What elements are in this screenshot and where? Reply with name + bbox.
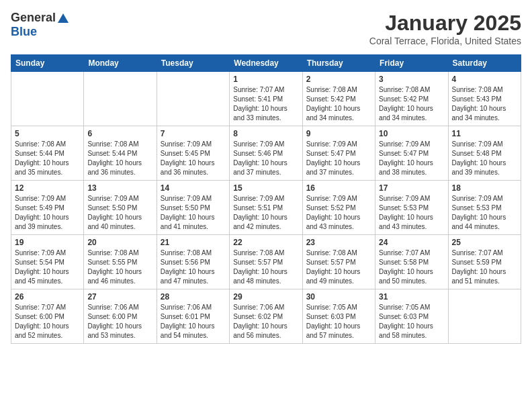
day-number: 12	[15, 183, 80, 193]
table-row: 14Sunrise: 7:09 AM Sunset: 5:50 PM Dayli…	[157, 181, 229, 235]
day-number: 13	[87, 183, 152, 193]
table-row: 23Sunrise: 7:08 AM Sunset: 5:57 PM Dayli…	[302, 235, 375, 289]
day-number: 17	[379, 183, 444, 193]
table-row: 15Sunrise: 7:09 AM Sunset: 5:51 PM Dayli…	[230, 181, 302, 235]
day-number: 22	[233, 238, 298, 247]
day-number: 21	[161, 238, 226, 247]
col-thursday: Thursday	[302, 55, 375, 72]
day-info: Sunrise: 7:09 AM Sunset: 5:46 PM Dayligh…	[233, 140, 298, 177]
col-wednesday: Wednesday	[230, 55, 302, 72]
table-row: 20Sunrise: 7:08 AM Sunset: 5:55 PM Dayli…	[84, 235, 157, 289]
day-number: 4	[452, 75, 517, 84]
table-row: 22Sunrise: 7:08 AM Sunset: 5:57 PM Dayli…	[230, 235, 302, 289]
day-info: Sunrise: 7:07 AM Sunset: 6:00 PM Dayligh…	[15, 303, 80, 340]
table-row	[157, 72, 229, 126]
day-number: 9	[306, 129, 371, 138]
table-row: 27Sunrise: 7:06 AM Sunset: 6:00 PM Dayli…	[84, 289, 157, 344]
table-row: 8Sunrise: 7:09 AM Sunset: 5:46 PM Daylig…	[230, 126, 302, 181]
logo-general-text: General	[11, 11, 56, 25]
logo-blue-text: Blue	[11, 25, 37, 39]
calendar-week-1: 1Sunrise: 7:07 AM Sunset: 5:41 PM Daylig…	[11, 72, 521, 126]
table-row: 11Sunrise: 7:09 AM Sunset: 5:48 PM Dayli…	[448, 126, 521, 181]
logo-icon	[57, 12, 69, 24]
table-row: 18Sunrise: 7:09 AM Sunset: 5:53 PM Dayli…	[448, 181, 521, 235]
day-number: 1	[233, 75, 298, 84]
table-row: 24Sunrise: 7:07 AM Sunset: 5:58 PM Dayli…	[375, 235, 448, 289]
day-info: Sunrise: 7:09 AM Sunset: 5:53 PM Dayligh…	[452, 194, 517, 232]
table-row: 19Sunrise: 7:09 AM Sunset: 5:54 PM Dayli…	[11, 235, 84, 289]
table-row: 26Sunrise: 7:07 AM Sunset: 6:00 PM Dayli…	[11, 289, 84, 344]
day-info: Sunrise: 7:06 AM Sunset: 6:00 PM Dayligh…	[87, 303, 152, 340]
day-info: Sunrise: 7:08 AM Sunset: 5:42 PM Dayligh…	[379, 85, 444, 123]
table-row: 29Sunrise: 7:06 AM Sunset: 6:02 PM Dayli…	[230, 289, 302, 344]
table-row: 17Sunrise: 7:09 AM Sunset: 5:53 PM Dayli…	[375, 181, 448, 235]
day-info: Sunrise: 7:09 AM Sunset: 5:47 PM Dayligh…	[306, 140, 371, 177]
day-info: Sunrise: 7:09 AM Sunset: 5:51 PM Dayligh…	[233, 194, 298, 232]
day-info: Sunrise: 7:09 AM Sunset: 5:54 PM Dayligh…	[15, 248, 80, 286]
day-info: Sunrise: 7:09 AM Sunset: 5:50 PM Dayligh…	[161, 194, 226, 232]
day-info: Sunrise: 7:08 AM Sunset: 5:44 PM Dayligh…	[15, 140, 80, 177]
day-number: 18	[452, 183, 517, 193]
col-friday: Friday	[375, 55, 448, 72]
table-row: 1Sunrise: 7:07 AM Sunset: 5:41 PM Daylig…	[230, 72, 302, 126]
day-number: 29	[233, 292, 298, 302]
table-row: 30Sunrise: 7:05 AM Sunset: 6:03 PM Dayli…	[302, 289, 375, 344]
logo: General Blue	[11, 11, 69, 39]
day-number: 11	[452, 129, 517, 138]
table-row: 3Sunrise: 7:08 AM Sunset: 5:42 PM Daylig…	[375, 72, 448, 126]
day-number: 6	[87, 129, 152, 138]
day-number: 5	[15, 129, 80, 138]
day-info: Sunrise: 7:05 AM Sunset: 6:03 PM Dayligh…	[379, 303, 444, 340]
col-saturday: Saturday	[448, 55, 521, 72]
col-monday: Monday	[84, 55, 157, 72]
calendar-week-5: 26Sunrise: 7:07 AM Sunset: 6:00 PM Dayli…	[11, 289, 521, 344]
day-number: 7	[161, 129, 226, 138]
day-number: 3	[379, 75, 444, 84]
table-row: 13Sunrise: 7:09 AM Sunset: 5:50 PM Dayli…	[84, 181, 157, 235]
day-number: 23	[306, 238, 371, 247]
day-info: Sunrise: 7:09 AM Sunset: 5:50 PM Dayligh…	[87, 194, 152, 232]
day-info: Sunrise: 7:08 AM Sunset: 5:57 PM Dayligh…	[233, 248, 298, 286]
table-row	[11, 72, 84, 126]
table-row: 9Sunrise: 7:09 AM Sunset: 5:47 PM Daylig…	[302, 126, 375, 181]
day-number: 2	[306, 75, 371, 84]
day-info: Sunrise: 7:08 AM Sunset: 5:56 PM Dayligh…	[161, 248, 226, 286]
month-title: January 2025	[369, 11, 521, 36]
title-area: January 2025 Coral Terrace, Florida, Uni…	[369, 11, 521, 46]
day-info: Sunrise: 7:09 AM Sunset: 5:53 PM Dayligh…	[379, 194, 444, 232]
day-info: Sunrise: 7:08 AM Sunset: 5:55 PM Dayligh…	[87, 248, 152, 286]
table-row: 21Sunrise: 7:08 AM Sunset: 5:56 PM Dayli…	[157, 235, 229, 289]
col-sunday: Sunday	[11, 55, 84, 72]
table-row	[84, 72, 157, 126]
calendar-header-row: Sunday Monday Tuesday Wednesday Thursday…	[11, 55, 521, 72]
day-number: 25	[452, 238, 517, 247]
day-number: 8	[233, 129, 298, 138]
table-row: 2Sunrise: 7:08 AM Sunset: 5:42 PM Daylig…	[302, 72, 375, 126]
table-row: 28Sunrise: 7:06 AM Sunset: 6:01 PM Dayli…	[157, 289, 229, 344]
day-number: 28	[161, 292, 226, 302]
day-info: Sunrise: 7:09 AM Sunset: 5:49 PM Dayligh…	[15, 194, 80, 232]
table-row: 16Sunrise: 7:09 AM Sunset: 5:52 PM Dayli…	[302, 181, 375, 235]
day-info: Sunrise: 7:08 AM Sunset: 5:57 PM Dayligh…	[306, 248, 371, 286]
day-info: Sunrise: 7:08 AM Sunset: 5:44 PM Dayligh…	[87, 140, 152, 177]
day-number: 30	[306, 292, 371, 302]
svg-marker-0	[58, 13, 69, 23]
day-info: Sunrise: 7:07 AM Sunset: 5:59 PM Dayligh…	[452, 248, 517, 286]
day-info: Sunrise: 7:07 AM Sunset: 5:58 PM Dayligh…	[379, 248, 444, 286]
day-number: 19	[15, 238, 80, 247]
day-info: Sunrise: 7:07 AM Sunset: 5:41 PM Dayligh…	[233, 85, 298, 123]
day-info: Sunrise: 7:09 AM Sunset: 5:47 PM Dayligh…	[379, 140, 444, 177]
day-info: Sunrise: 7:09 AM Sunset: 5:45 PM Dayligh…	[161, 140, 226, 177]
table-row: 25Sunrise: 7:07 AM Sunset: 5:59 PM Dayli…	[448, 235, 521, 289]
day-info: Sunrise: 7:06 AM Sunset: 6:02 PM Dayligh…	[233, 303, 298, 340]
day-number: 15	[233, 183, 298, 193]
day-number: 10	[379, 129, 444, 138]
day-info: Sunrise: 7:05 AM Sunset: 6:03 PM Dayligh…	[306, 303, 371, 340]
day-number: 16	[306, 183, 371, 193]
page-header: General Blue January 2025 Coral Terrace,…	[11, 11, 521, 46]
day-info: Sunrise: 7:08 AM Sunset: 5:42 PM Dayligh…	[306, 85, 371, 123]
table-row: 5Sunrise: 7:08 AM Sunset: 5:44 PM Daylig…	[11, 126, 84, 181]
calendar-week-2: 5Sunrise: 7:08 AM Sunset: 5:44 PM Daylig…	[11, 126, 521, 181]
calendar-week-3: 12Sunrise: 7:09 AM Sunset: 5:49 PM Dayli…	[11, 181, 521, 235]
location: Coral Terrace, Florida, United States	[369, 36, 521, 46]
